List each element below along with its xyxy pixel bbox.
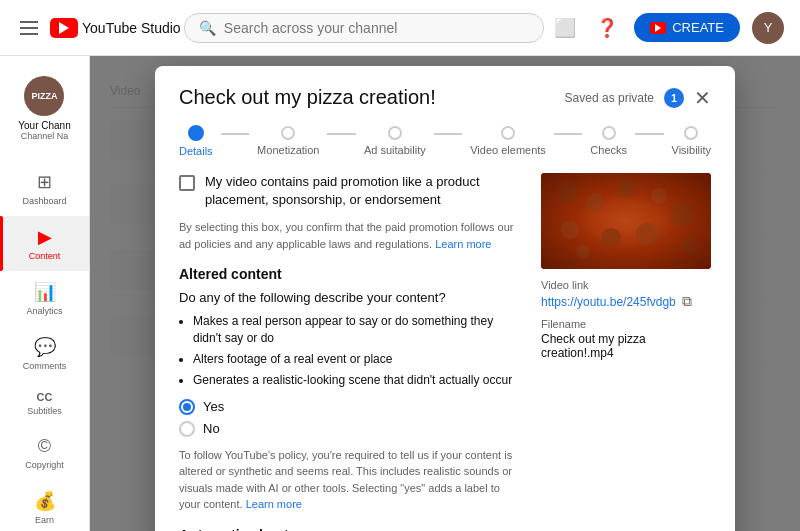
copy-icon[interactable]: ⧉ xyxy=(682,293,692,310)
altered-content-bottom-help: To follow YouTube's policy, you're requi… xyxy=(179,447,521,513)
video-link[interactable]: https://youtu.be/245fvdgb xyxy=(541,295,676,309)
sidebar-item-analytics[interactable]: 📊 Analytics xyxy=(0,271,89,326)
sidebar-item-label: Copyright xyxy=(25,460,64,470)
filename-value: Check out my pizza creation!.mp4 xyxy=(541,332,711,360)
sidebar-item-earn[interactable]: 💰 Earn xyxy=(0,480,89,531)
tab-label-visibility: Visibility xyxy=(672,144,712,156)
main-layout: PIZZA Your Chann Channel Na ⊞ Dashboard … xyxy=(0,56,800,531)
upload-modal: Check out my pizza creation! Saved as pr… xyxy=(155,66,735,531)
tab-connector xyxy=(327,133,355,135)
comments-icon: 💬 xyxy=(34,336,56,358)
tab-monetization[interactable]: Monetization xyxy=(257,126,319,156)
tab-connector xyxy=(221,133,249,135)
bullet-item: Makes a real person appear to say or do … xyxy=(193,313,521,347)
tab-label-details: Details xyxy=(179,145,213,157)
auto-chapters-title: Automatic chapters xyxy=(179,527,521,531)
sidebar-item-label: Dashboard xyxy=(22,196,66,206)
bullet-item: Alters footage of a real event or place xyxy=(193,351,521,368)
hamburger-button[interactable] xyxy=(16,17,42,39)
sidebar-item-label: Subtitles xyxy=(27,406,62,416)
video-link-row: https://youtu.be/245fvdgb ⧉ xyxy=(541,293,711,310)
altered-content-bullets: Makes a real person appear to say or do … xyxy=(179,313,521,388)
analytics-icon: 📊 xyxy=(34,281,56,303)
sidebar: PIZZA Your Chann Channel Na ⊞ Dashboard … xyxy=(0,56,90,531)
radio-label-yes: Yes xyxy=(203,399,224,414)
channel-label: Channel Na xyxy=(21,131,69,141)
avatar[interactable]: Y xyxy=(752,12,784,44)
tab-video-elements[interactable]: Video elements xyxy=(470,126,546,156)
altered-content-title: Altered content xyxy=(179,266,521,282)
progress-tabs: Details Monetization Ad suitability xyxy=(155,125,735,173)
modal-header: Check out my pizza creation! Saved as pr… xyxy=(155,66,735,125)
sidebar-item-label: Content xyxy=(29,251,61,261)
modal-right-panel: Video link https://youtu.be/245fvdgb ⧉ F… xyxy=(541,173,711,531)
tab-details[interactable]: Details xyxy=(179,125,213,157)
radio-group-altered: Yes No xyxy=(179,399,521,437)
logo-area: YouTube Studio xyxy=(50,18,181,38)
sidebar-item-label: Analytics xyxy=(26,306,62,316)
studio-label: YouTube Studio xyxy=(82,20,181,36)
subtitles-button[interactable]: ⬜ xyxy=(550,13,580,43)
sidebar-item-copyright[interactable]: © Copyright xyxy=(0,426,89,480)
tab-dot-monetization xyxy=(281,126,295,140)
video-link-label: Video link xyxy=(541,279,711,291)
tab-connector xyxy=(635,133,663,135)
top-navigation: YouTube Studio 🔍 ⬜ ❓ CREATE Y xyxy=(0,0,800,56)
content-icon: ▶ xyxy=(38,226,52,248)
tab-dot-visibility xyxy=(684,126,698,140)
create-button[interactable]: CREATE xyxy=(634,13,740,42)
search-input[interactable] xyxy=(224,20,529,36)
create-icon xyxy=(650,22,666,34)
nav-left: YouTube Studio xyxy=(16,17,181,39)
bullet-item: Generates a realistic-looking scene that… xyxy=(193,372,521,389)
tab-label-ad-suitability: Ad suitability xyxy=(364,144,426,156)
tab-label-monetization: Monetization xyxy=(257,144,319,156)
hamburger-icon xyxy=(20,21,38,35)
radio-yes[interactable]: Yes xyxy=(179,399,521,415)
dashboard-icon: ⊞ xyxy=(37,171,52,193)
pizza-image xyxy=(541,173,711,269)
paid-promotion-learn-more[interactable]: Learn more xyxy=(435,238,491,250)
sidebar-item-label: Comments xyxy=(23,361,67,371)
alert-badge[interactable]: 1 xyxy=(664,88,684,108)
altered-content-learn-more[interactable]: Learn more xyxy=(246,498,302,510)
paid-promotion-help: By selecting this box, you confirm that … xyxy=(179,219,521,252)
search-bar[interactable]: 🔍 xyxy=(184,13,544,43)
sidebar-item-label: Earn xyxy=(35,515,54,525)
paid-promotion-checkbox[interactable] xyxy=(179,175,195,191)
create-label: CREATE xyxy=(672,20,724,35)
radio-label-no: No xyxy=(203,421,220,436)
youtube-logo-icon xyxy=(50,18,78,38)
earn-icon: 💰 xyxy=(34,490,56,512)
channel-avatar: PIZZA xyxy=(24,76,64,116)
tab-connector xyxy=(434,133,462,135)
tab-ad-suitability[interactable]: Ad suitability xyxy=(364,126,426,156)
subtitles-icon: CC xyxy=(37,391,53,403)
modal-title: Check out my pizza creation! xyxy=(179,86,436,109)
saved-status: Saved as private xyxy=(565,91,654,105)
radio-circle-no xyxy=(179,421,195,437)
content-area: Video Views Comments 12,345 345 12,345 3… xyxy=(90,56,800,531)
sidebar-item-content[interactable]: ▶ Content xyxy=(0,216,89,271)
search-icon: 🔍 xyxy=(199,20,216,36)
help-button[interactable]: ❓ xyxy=(592,13,622,43)
tab-dot-details xyxy=(188,125,204,141)
channel-info[interactable]: PIZZA Your Chann Channel Na xyxy=(10,64,78,153)
tab-dot-video-elements xyxy=(501,126,515,140)
filename-label: Filename xyxy=(541,318,711,330)
sidebar-item-comments[interactable]: 💬 Comments xyxy=(0,326,89,381)
tab-label-video-elements: Video elements xyxy=(470,144,546,156)
sidebar-item-dashboard[interactable]: ⊞ Dashboard xyxy=(0,161,89,216)
radio-circle-yes xyxy=(179,399,195,415)
channel-name: Your Chann xyxy=(18,120,70,131)
close-button[interactable]: ✕ xyxy=(694,88,711,108)
modal-body: My video contains paid promotion like a … xyxy=(155,173,735,531)
paid-promotion-label: My video contains paid promotion like a … xyxy=(205,173,521,209)
tab-checks[interactable]: Checks xyxy=(590,126,627,156)
copyright-icon: © xyxy=(38,436,51,457)
altered-content-question: Do any of the following describe your co… xyxy=(179,290,521,305)
sidebar-item-subtitles[interactable]: CC Subtitles xyxy=(0,381,89,426)
radio-no[interactable]: No xyxy=(179,421,521,437)
tab-dot-checks xyxy=(602,126,616,140)
tab-visibility[interactable]: Visibility xyxy=(672,126,712,156)
